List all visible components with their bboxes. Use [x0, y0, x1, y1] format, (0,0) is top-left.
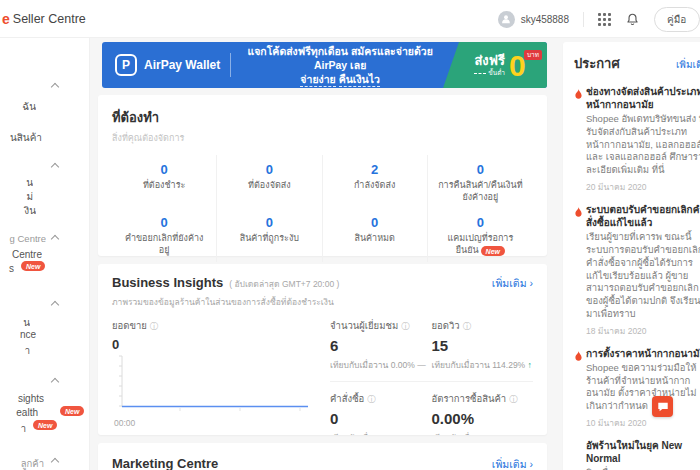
todo-stat-to-ship[interactable]: 0 ที่ต้องจัดส่ง — [217, 155, 322, 208]
sidebar-item[interactable]: น — [0, 175, 33, 190]
stat-compare-text: เทียบกับเมื่อวาน 0.00% — [330, 360, 415, 370]
sidebar-section-customer[interactable]: ลูกค้า — [0, 456, 44, 470]
announcements-list: ช่องทางจัดส่งสินค้าประเภทหน้ากากอนามัย S… — [574, 85, 700, 470]
insights-meta: ( อัปเดตล่าสุด GMT+7 20:00 ) — [229, 277, 339, 291]
sidebar-item[interactable]: นสินค้า — [0, 130, 42, 145]
sidebar-item[interactable]: ฉัน — [0, 99, 36, 114]
announcement-title: ช่องทางจัดส่งสินค้าประเภทหน้ากากอนามัย — [586, 85, 700, 111]
trend-down-icon: ↓ — [526, 433, 530, 435]
todo-stat-value: 0 — [432, 162, 529, 177]
flame-icon — [574, 86, 583, 104]
chevron-up-icon[interactable] — [51, 301, 59, 309]
todo-stat-banned-products[interactable]: 0 สินค้าที่ถูกระงับ — [217, 208, 322, 261]
insights-description: ภาพรวมของข้อมูลร้านค้าในส่วนของการสั่งซื… — [112, 295, 533, 309]
stat-label-text: อัตราการซื้อสินค้า — [432, 393, 507, 404]
chevron-up-icon[interactable] — [51, 163, 59, 171]
left-sidebar: ฉัน นสินค้า น ม่ งิน g Centre Centre s N… — [0, 38, 90, 470]
todo-stat-shipping[interactable]: 2 กำลังจัดส่ง — [323, 155, 428, 208]
new-badge: New — [33, 420, 57, 430]
stat-views[interactable]: ยอดวิวⓘ 15 เทียบกับเมื่อวาน 114.29% ↑ — [432, 318, 534, 372]
airpay-promo-banner[interactable]: P AirPay Wallet แจกโค้ดส่งฟรีทุกเดือน สม… — [102, 42, 547, 88]
sales-label-text: ยอดขาย — [112, 320, 147, 331]
stat-conversion-rate[interactable]: อัตราการซื้อสินค้าⓘ 0.00% เทียบกับเมื่อว… — [432, 391, 534, 435]
marketing-title: Marketing Centre — [112, 456, 218, 470]
sidebar-item[interactable]: น — [0, 315, 30, 330]
todo-stat-pending-returns[interactable]: 0 การคืนสินค้า/คืนเงินที่ยังค้างอยู่ — [428, 155, 533, 208]
marketing-more-link[interactable]: เพิ่มเติม › — [492, 456, 533, 470]
chevron-up-icon[interactable] — [51, 378, 59, 386]
announcement-body: Shopee ขอความร่วมมือให้ร้านค้าที่จำหน่าย… — [586, 362, 700, 413]
todo-stat-value: 0 — [116, 162, 212, 177]
sidebar-item[interactable]: nce — [0, 329, 36, 340]
stat-value: 0 — [330, 410, 432, 427]
sidebar-item-business-insights[interactable]: sights — [0, 393, 44, 404]
todo-stat-pending-campaigns[interactable]: 0 แคมเปญที่รอการยืนยันNew — [428, 208, 533, 261]
chevron-up-icon[interactable] — [51, 83, 59, 91]
todo-card: ที่ต้องทำ สิ่งที่คุณต้องจัดการ 0 ที่ต้อง… — [98, 95, 547, 256]
stat-label: คำสั่งซื้อⓘ — [330, 391, 432, 406]
banner-line2: จ่ายง่าย คืนเงินไว — [241, 72, 439, 86]
seller-centre-title[interactable]: Seller Centre — [13, 12, 86, 26]
stat-compare: เทียบกับเมื่อวาน -100.0... ↓ — [330, 431, 432, 435]
todo-stat-to-pay[interactable]: 0 ที่ต้องชำระ — [112, 155, 217, 208]
info-icon[interactable]: ⓘ — [509, 394, 518, 404]
info-icon[interactable]: ⓘ — [463, 321, 472, 331]
avatar[interactable] — [498, 11, 515, 28]
todo-stat-pending-cancellations[interactable]: 0 คำขอยกเลิกที่ยังค้างอยู่ — [112, 208, 217, 261]
announcement-body: Shopee อัพเดทบริษัทขนส่ง ที่รับจัดส่งกับ… — [586, 113, 700, 177]
announcement-date: 20 มีนาคม 2020 — [586, 180, 700, 194]
announcements-more-link[interactable]: เพิ่มเติม — [676, 57, 700, 72]
announcement-item[interactable]: ช่องทางจัดส่งสินค้าประเภทหน้ากากอนามัย S… — [574, 85, 700, 194]
todo-grid: 0 ที่ต้องชำระ 0 ที่ต้องจัดส่ง 2 กำลังจัด… — [112, 155, 533, 262]
todo-stat-label: กำลังจัดส่ง — [327, 180, 423, 192]
sidebar-section-marketing-centre[interactable]: g Centre — [0, 233, 46, 244]
chat-button[interactable] — [652, 396, 673, 417]
baht-badge: บาท — [524, 50, 542, 60]
sidebar-item[interactable]: Centre — [0, 249, 42, 260]
todo-stat-label: การคืนสินค้า/คืนเงินที่ยังค้างอยู่ — [432, 180, 529, 203]
insights-header: Business Insights ( อัปเดตล่าสุด GMT+7 2… — [112, 275, 533, 292]
stat-value: 15 — [432, 337, 534, 354]
chevron-up-icon[interactable] — [51, 235, 59, 243]
stat-label: อัตราการซื้อสินค้าⓘ — [432, 391, 534, 406]
username[interactable]: sky458888 — [521, 14, 569, 25]
chevron-up-icon[interactable] — [51, 458, 59, 466]
announcement-item[interactable]: อัพร้านใหม่ในยุค New Normal สินเชื่อ Xpr… — [574, 439, 700, 470]
info-icon[interactable]: ⓘ — [401, 321, 410, 331]
sales-chart-panel: ยอดขายⓘ 0 00:00 — [112, 318, 324, 435]
sidebar-item[interactable]: s — [0, 263, 14, 274]
promo-min: ขั้นต่ำ — [474, 70, 505, 77]
sidebar-item[interactable]: ม่ — [0, 189, 33, 204]
stat-orders[interactable]: คำสั่งซื้อⓘ 0 เทียบกับเมื่อวาน -100.0...… — [330, 391, 432, 435]
stat-label-text: ยอดวิว — [432, 320, 460, 331]
todo-stat-value: 0 — [221, 162, 317, 177]
todo-stat-out-of-stock[interactable]: 0 สินค้าหมด — [323, 208, 428, 261]
notifications-bell-icon[interactable] — [625, 12, 640, 27]
info-icon[interactable]: ⓘ — [150, 321, 159, 331]
new-badge: New — [60, 406, 84, 416]
sidebar-item[interactable]: า — [0, 343, 30, 358]
sidebar-item[interactable]: า — [0, 421, 26, 436]
insights-more-link[interactable]: เพิ่มเติม › — [492, 275, 533, 292]
sales-line-chart: 00:00 — [112, 354, 324, 428]
stat-compare: เทียบกับเมื่อวาน 0.00% — — [330, 358, 432, 372]
stat-value: 6 — [330, 337, 432, 354]
announcement-item[interactable]: ระบบตอบรับคำขอยกเลิกคำสั่งซื้อแก้ไขแล้ว … — [574, 203, 700, 338]
sidebar-item-account-health[interactable]: ealth — [0, 407, 38, 418]
stat-compare: เทียบกับเมื่อวาน 114.29% ↑ — [432, 358, 534, 372]
info-icon[interactable]: ⓘ — [367, 394, 376, 404]
insights-stats-row2: คำสั่งซื้อⓘ 0 เทียบกับเมื่อวาน -100.0...… — [330, 382, 533, 435]
todo-stat-label: สินค้าที่ถูกระงับ — [221, 233, 317, 245]
chart-x-start-label: 00:00 — [114, 418, 324, 428]
header-divider — [583, 12, 584, 27]
guide-button[interactable]: คู่มือ — [654, 7, 700, 32]
flame-icon — [574, 204, 583, 222]
sidebar-item[interactable]: งิน — [0, 203, 36, 218]
apps-grid-icon[interactable] — [598, 13, 611, 26]
announcement-item[interactable]: การตั้งราคาหน้ากากอนามัย Shopee ขอความร่… — [574, 347, 700, 430]
todo-stat-label: ที่ต้องชำระ — [116, 180, 212, 192]
shopee-logo-partial[interactable]: e — [2, 11, 10, 27]
stat-visitors[interactable]: จำนวนผู้เยี่ยมชมⓘ 6 เทียบกับเมื่อวาน 0.0… — [330, 318, 432, 372]
marketing-header: Marketing Centre เพิ่มเติม › — [112, 456, 533, 470]
sales-label: ยอดขายⓘ — [112, 318, 324, 333]
